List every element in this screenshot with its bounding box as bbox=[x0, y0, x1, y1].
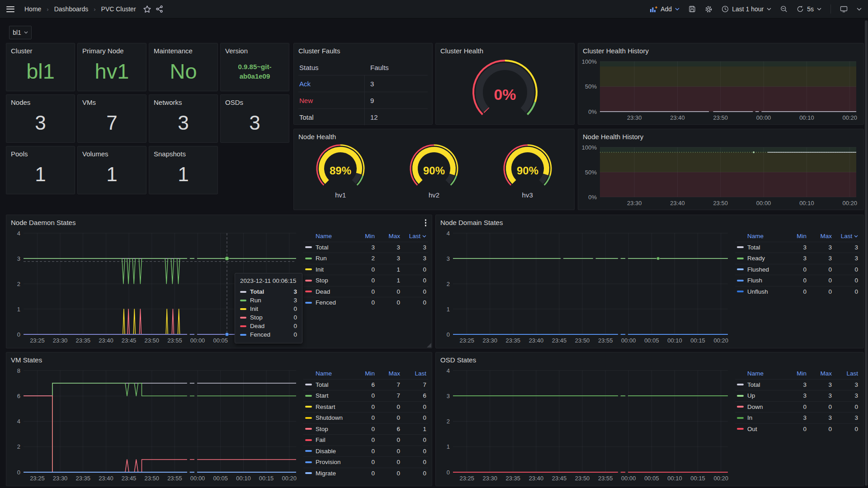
cluster-health-history-chart[interactable]: 0%50%100%23:3023:4023:5000:0000:1000:20 bbox=[580, 58, 860, 122]
legend-row-ready[interactable]: Ready333 bbox=[735, 253, 860, 264]
add-panel-button[interactable]: Add bbox=[650, 5, 679, 13]
svg-text:3: 3 bbox=[17, 255, 20, 262]
svg-text:23:45: 23:45 bbox=[122, 337, 137, 344]
series-color-swatch bbox=[240, 334, 246, 336]
svg-text:23:30: 23:30 bbox=[627, 200, 642, 206]
panel-cluster-health: Cluster Health 0% bbox=[435, 43, 575, 125]
legend-row-run[interactable]: Run233 bbox=[303, 253, 428, 264]
series-color-swatch bbox=[240, 291, 246, 293]
svg-text:00:20: 00:20 bbox=[842, 200, 857, 206]
zoom-out-icon[interactable] bbox=[780, 5, 788, 13]
panel-node-domain-states: Node Domain States 0123423:2523:3023:352… bbox=[435, 215, 864, 348]
series-color-swatch bbox=[737, 384, 744, 385]
panel-menu-icon[interactable] bbox=[423, 218, 429, 227]
legend-row-stop[interactable]: Stop061 bbox=[303, 423, 428, 435]
refresh-picker[interactable]: 5s bbox=[797, 5, 821, 13]
legend-row-flush[interactable]: Flush000 bbox=[735, 275, 860, 286]
svg-text:3: 3 bbox=[447, 393, 450, 399]
legend-row-stop[interactable]: Stop010 bbox=[303, 275, 428, 286]
legend-row-up[interactable]: Up333 bbox=[735, 390, 860, 401]
faults-row-total[interactable]: Total12 bbox=[298, 108, 428, 125]
svg-text:00:00: 00:00 bbox=[190, 337, 205, 344]
svg-text:00:00: 00:00 bbox=[190, 475, 205, 482]
svg-text:23:30: 23:30 bbox=[53, 475, 68, 482]
stat-value: 1 bbox=[6, 159, 75, 189]
panel-title: Node Health History bbox=[578, 129, 863, 143]
svg-text:3: 3 bbox=[447, 255, 450, 262]
svg-text:0%: 0% bbox=[588, 108, 597, 115]
series-color-swatch bbox=[305, 428, 312, 430]
series-color-swatch bbox=[240, 308, 246, 310]
svg-text:0: 0 bbox=[17, 469, 20, 476]
legend-row-total[interactable]: Total677 bbox=[303, 379, 428, 390]
legend-row-restart[interactable]: Restart000 bbox=[303, 401, 428, 413]
osd-states-chart[interactable]: 0123423:2523:3023:3523:4023:4523:5023:55… bbox=[439, 367, 731, 483]
svg-text:23:55: 23:55 bbox=[167, 475, 182, 482]
toolbar-chevron-icon[interactable] bbox=[857, 8, 862, 11]
breadcrumb-home[interactable]: Home bbox=[24, 5, 41, 13]
series-color-swatch bbox=[240, 325, 246, 327]
page-scrollbar[interactable] bbox=[865, 20, 868, 486]
legend-row-migrate[interactable]: Migrate000 bbox=[303, 468, 428, 479]
node-domain-states-chart[interactable]: 0123423:2523:3023:3523:4023:4523:5023:55… bbox=[439, 230, 731, 345]
faults-row-ack[interactable]: Ack3 bbox=[298, 75, 428, 92]
template-variable-dropdown[interactable]: bl1 bbox=[9, 26, 32, 39]
svg-text:00:05: 00:05 bbox=[644, 475, 659, 482]
panel-resize-handle[interactable] bbox=[427, 343, 431, 347]
svg-text:23:30: 23:30 bbox=[482, 337, 497, 344]
stat-value: 3 bbox=[221, 108, 289, 138]
svg-text:23:45: 23:45 bbox=[552, 337, 567, 344]
legend-row-down[interactable]: Down000 bbox=[735, 401, 860, 413]
svg-text:2: 2 bbox=[447, 281, 450, 287]
legend-row-total[interactable]: Total333 bbox=[735, 379, 860, 390]
svg-text:23:50: 23:50 bbox=[575, 475, 590, 482]
series-color-swatch bbox=[305, 384, 312, 385]
svg-text:23:55: 23:55 bbox=[598, 337, 613, 344]
series-color-swatch bbox=[305, 472, 312, 474]
svg-text:00:10: 00:10 bbox=[799, 200, 814, 206]
panel-title: Volumes bbox=[78, 146, 146, 160]
svg-text:23:40: 23:40 bbox=[529, 337, 544, 344]
svg-text:23:25: 23:25 bbox=[30, 337, 45, 344]
svg-text:00:00: 00:00 bbox=[756, 114, 771, 121]
legend-row-total[interactable]: Total333 bbox=[303, 242, 428, 253]
menu-toggle-icon[interactable] bbox=[6, 6, 14, 12]
gauge-hv2: 90%hv2 bbox=[403, 143, 465, 199]
legend-row-fail[interactable]: Fail000 bbox=[303, 434, 428, 446]
legend-row-disable[interactable]: Disable000 bbox=[303, 446, 428, 457]
legend-row-init[interactable]: Init010 bbox=[303, 264, 428, 275]
legend-row-total[interactable]: Total333 bbox=[735, 242, 860, 253]
toolbar-divider bbox=[830, 5, 831, 14]
series-color-swatch bbox=[737, 291, 744, 292]
dashboard-settings-icon[interactable] bbox=[705, 5, 712, 13]
gauge-node-label: hv1 bbox=[310, 191, 371, 199]
panel-title: Pools bbox=[6, 146, 75, 160]
breadcrumb-dashboards[interactable]: Dashboards bbox=[54, 5, 89, 13]
legend-row-out[interactable]: Out000 bbox=[735, 423, 860, 435]
faults-row-new[interactable]: New9 bbox=[298, 92, 428, 108]
legend-row-in[interactable]: In333 bbox=[735, 412, 860, 423]
legend-row-provision[interactable]: Provision000 bbox=[303, 456, 428, 468]
svg-text:23:50: 23:50 bbox=[145, 337, 160, 344]
node-health-history-chart[interactable]: 0%50%100%23:3023:4023:5000:0000:1000:20 bbox=[580, 144, 860, 208]
vm-states-chart[interactable]: 0246823:2523:3023:3523:4023:4523:5023:55… bbox=[10, 367, 300, 483]
svg-text:50%: 50% bbox=[585, 83, 597, 90]
share-icon[interactable] bbox=[156, 5, 163, 13]
save-dashboard-icon[interactable] bbox=[689, 5, 696, 13]
legend-row-start[interactable]: Start076 bbox=[303, 390, 428, 401]
legend-row-dead[interactable]: Dead000 bbox=[303, 286, 428, 297]
panel-title: Cluster Faults bbox=[294, 43, 432, 57]
svg-text:90%: 90% bbox=[423, 164, 445, 177]
legend-row-fenced[interactable]: Fenced000 bbox=[303, 297, 428, 308]
series-color-swatch bbox=[737, 417, 744, 419]
svg-text:23:50: 23:50 bbox=[713, 114, 728, 121]
time-range-picker[interactable]: Last 1 hour bbox=[722, 5, 771, 13]
svg-text:00:05: 00:05 bbox=[213, 337, 228, 344]
legend-row-shutdown[interactable]: Shutdown000 bbox=[303, 412, 428, 423]
tv-mode-icon[interactable] bbox=[840, 5, 848, 13]
legend-row-flushed[interactable]: Flushed000 bbox=[735, 264, 860, 275]
panel-cluster: Cluster bl1 bbox=[6, 43, 75, 91]
legend-row-unflush[interactable]: Unflush000 bbox=[735, 286, 860, 297]
star-icon[interactable] bbox=[143, 5, 151, 13]
legend-header: NameMinMaxLast bbox=[735, 230, 860, 242]
